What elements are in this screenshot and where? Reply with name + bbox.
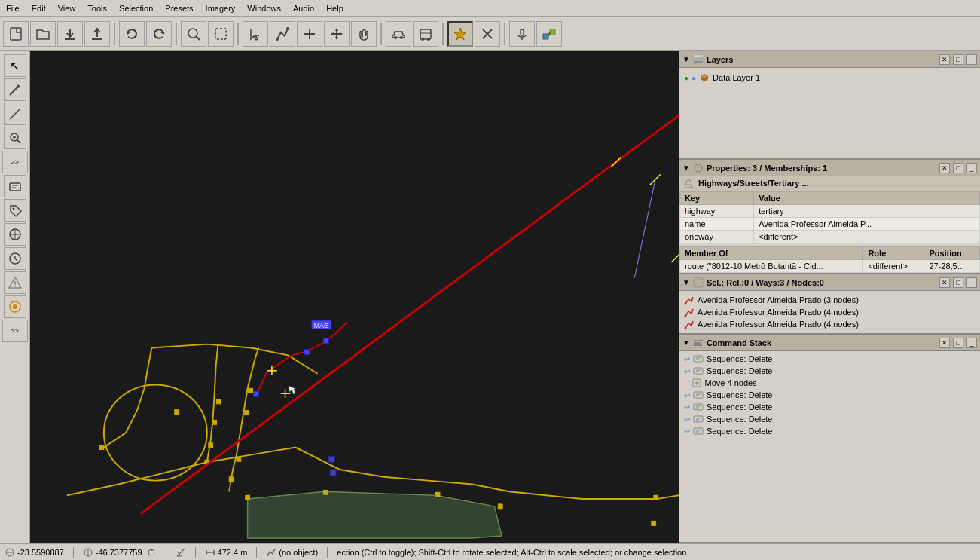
cmd-content[interactable]: ↩ Sequence: Delete ↩ Sequence: Delete Mo…: [679, 351, 980, 542]
move-button[interactable]: [324, 21, 350, 47]
paint-button[interactable]: [4, 295, 26, 318]
list-item[interactable]: Avenida Professor Almeida Prado (4 nodes…: [682, 306, 977, 318]
menu-audio[interactable]: Audio: [287, 2, 320, 14]
sel-detach[interactable]: □: [953, 277, 963, 288]
props-minimize[interactable]: _: [966, 163, 977, 173]
menu-help[interactable]: Help: [320, 2, 350, 14]
export-button[interactable]: [536, 21, 562, 47]
menu-presets[interactable]: Presets: [159, 2, 199, 14]
list-item[interactable]: Avenida Professor Almeida Prado (4 nodes…: [682, 318, 977, 330]
value-cell: <different>: [754, 231, 980, 243]
menu-tools[interactable]: Tools: [81, 2, 113, 14]
info-button[interactable]: [4, 175, 26, 197]
sel-minimize[interactable]: _: [966, 277, 977, 288]
svg-rect-39: [10, 183, 20, 191]
list-item[interactable]: ↩ Sequence: Delete: [681, 413, 978, 425]
bus-button[interactable]: [413, 21, 438, 47]
svg-rect-84: [323, 490, 328, 494]
cmd-item-label: Sequence: Delete: [707, 390, 772, 399]
svg-rect-104: [694, 342, 701, 344]
sel-close[interactable]: ✕: [939, 277, 950, 288]
layer-data-icon: [699, 72, 710, 83]
layer-item[interactable]: ● ● Data Layer 1: [682, 71, 977, 84]
zoom-tool-button[interactable]: [4, 127, 26, 149]
layer-active-icon: ●: [691, 74, 696, 82]
sep1: [114, 23, 115, 45]
props-close[interactable]: ✕: [939, 163, 950, 173]
cmd-move-icon: [691, 378, 702, 388]
value-cell: tertiary: [754, 205, 980, 218]
history-button[interactable]: [4, 247, 26, 270]
draw-tool-button[interactable]: [4, 78, 26, 101]
layers-icon: [693, 54, 704, 65]
menu-windows[interactable]: Windows: [241, 2, 287, 14]
draw-way-button[interactable]: [270, 21, 295, 47]
cmd-close[interactable]: ✕: [939, 338, 950, 348]
sel-icon: [693, 277, 704, 288]
sel-item-label: Avenida Professor Almeida Prado (4 nodes…: [698, 308, 859, 317]
measure-tool-button[interactable]: [4, 103, 26, 125]
zoom-extent-button[interactable]: [181, 21, 206, 47]
conflict-button[interactable]: [4, 271, 26, 294]
table-row[interactable]: oneway <different>: [680, 231, 980, 243]
menu-selection[interactable]: Selection: [113, 2, 159, 14]
select-tool-button[interactable]: ↖: [4, 54, 26, 77]
open-button[interactable]: [30, 21, 56, 47]
sel-toggle[interactable]: ▼: [682, 278, 690, 286]
status-distance: 472.4 m: [205, 547, 248, 558]
zoom-selection-button[interactable]: [208, 21, 234, 47]
list-item[interactable]: ↩ Sequence: Delete: [681, 401, 978, 413]
props-detach[interactable]: □: [953, 163, 963, 173]
upload-button[interactable]: [84, 21, 110, 47]
select-button[interactable]: [243, 21, 268, 47]
more-bottom-button[interactable]: >>: [2, 320, 28, 342]
cmd-minimize[interactable]: _: [966, 338, 977, 348]
svg-rect-59: [217, 399, 221, 404]
relation-button[interactable]: [4, 223, 26, 246]
layers-detach[interactable]: □: [953, 54, 963, 65]
menu-edit[interactable]: Edit: [26, 2, 52, 14]
properties-panel: ▼ Properties: 3 / Memberships: 1 ✕ □ _ H…: [679, 160, 980, 274]
new-button[interactable]: [3, 21, 29, 47]
svg-rect-99: [694, 278, 703, 287]
menu-view[interactable]: View: [52, 2, 82, 14]
audio-button[interactable]: [509, 21, 535, 47]
list-item[interactable]: ↩ Sequence: Delete: [681, 365, 978, 377]
table-row[interactable]: name Avenida Professor Almeida P...: [680, 218, 980, 231]
list-item[interactable]: ↩ Sequence: Delete: [681, 353, 978, 365]
sel-content: Avenida Professor Almeida Prado (3 nodes…: [679, 291, 980, 333]
member-row[interactable]: route ("8012-10 Metrô Butantã - Cid... <…: [680, 260, 980, 273]
menu-imagery[interactable]: Imagery: [200, 2, 242, 14]
list-item[interactable]: ↩ Sequence: Delete: [681, 389, 978, 401]
car-button[interactable]: [386, 21, 411, 47]
tag-button[interactable]: [4, 199, 26, 222]
col-position: Position: [924, 247, 980, 260]
cmd-toggle[interactable]: ▼: [682, 338, 690, 347]
highlight-button[interactable]: [447, 21, 473, 47]
props-toggle[interactable]: ▼: [682, 164, 690, 172]
cmd-detach[interactable]: □: [953, 338, 963, 348]
svg-marker-13: [335, 37, 338, 40]
undo-button[interactable]: [119, 21, 145, 47]
redo-button[interactable]: [146, 21, 172, 47]
cmd-seq-icon: [693, 402, 704, 412]
delete-button[interactable]: [475, 21, 500, 47]
layers-minimize[interactable]: _: [966, 54, 977, 65]
list-item[interactable]: ↩ Sequence: Delete: [681, 425, 978, 437]
svg-rect-62: [245, 411, 249, 415]
download-button[interactable]: [57, 21, 83, 47]
menu-file[interactable]: File: [0, 2, 26, 14]
svg-point-102: [685, 327, 687, 329]
list-item[interactable]: Avenida Professor Almeida Prado (3 nodes…: [682, 294, 977, 306]
list-item[interactable]: Move 4 nodes: [681, 377, 978, 389]
lat-icon: [5, 547, 15, 558]
layers-toggle[interactable]: ▼: [682, 55, 690, 63]
pan-button[interactable]: [351, 21, 377, 47]
map-area[interactable]: 0 35.2 m: [30, 51, 679, 543]
merge-button[interactable]: [297, 21, 322, 47]
svg-rect-0: [11, 28, 21, 40]
more-top-button[interactable]: >>: [2, 151, 28, 173]
map-svg[interactable]: MAE: [30, 51, 679, 543]
table-row[interactable]: highway tertiary: [680, 205, 980, 218]
layers-close[interactable]: ✕: [939, 54, 950, 65]
